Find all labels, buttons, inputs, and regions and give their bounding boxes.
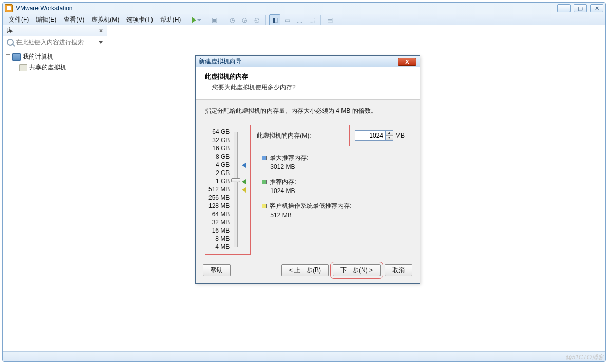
spinner-down-button[interactable]: ▼	[386, 136, 393, 140]
scale-tick: 64 MB	[208, 210, 230, 218]
min-rec-value: 512 MB	[262, 212, 410, 219]
computer-icon	[12, 53, 21, 61]
toolbar-snapshot3-icon[interactable]: ◵	[251, 14, 262, 26]
memory-input-highlight: ▲ ▼ MB	[349, 125, 410, 146]
toolbar-snapshot1-icon[interactable]: ◷	[226, 14, 238, 26]
scale-tick: 64 GB	[208, 128, 230, 136]
menu-help[interactable]: 帮助(H)	[157, 14, 184, 25]
help-button[interactable]: 帮助	[203, 264, 231, 276]
tree-item-shared-vm[interactable]: 共享的虚拟机	[5, 62, 105, 73]
new-vm-wizard-dialog: 新建虚拟机向导 X 此虚拟机的内存 您要为此虚拟机使用多少内存? 指定分配给此虚…	[195, 55, 420, 284]
scale-tick: 32 GB	[208, 137, 230, 144]
toolbar-view4-icon[interactable]: ⬚	[306, 14, 317, 26]
search-input[interactable]	[16, 39, 97, 46]
menubar: 文件(F) 编辑(E) 查看(V) 虚拟机(M) 选项卡(T) 帮助(H) ▣ …	[3, 14, 605, 25]
dialog-footer: 帮助 < 上一步(B) 下一步(N) > 取消	[196, 259, 420, 283]
scale-tick: 8 MB	[208, 235, 230, 243]
scale-tick: 1 GB	[208, 178, 230, 185]
toolbar-snapshot2-icon[interactable]: ◶	[239, 14, 250, 26]
scale-tick: 256 MB	[208, 194, 230, 202]
dialog-description: 指定分配给此虚拟机的内存量。内存大小必须为 4 MB 的倍数。	[205, 107, 410, 116]
menu-vm[interactable]: 虚拟机(M)	[88, 14, 122, 25]
dialog-close-button[interactable]: X	[398, 58, 416, 66]
scale-tick: 32 MB	[208, 219, 230, 226]
dialog-header: 此虚拟机的内存 您要为此虚拟机使用多少内存?	[196, 67, 420, 100]
scale-tick: 128 MB	[208, 202, 230, 210]
menu-view[interactable]: 查看(V)	[61, 14, 87, 25]
rec-color-icon	[262, 180, 267, 184]
menu-tabs[interactable]: 选项卡(T)	[123, 14, 156, 25]
dialog-subheading: 您要为此虚拟机使用多少内存?	[205, 83, 410, 92]
spinner-up-button[interactable]: ▲	[386, 131, 393, 136]
marker-rec-icon	[242, 179, 246, 184]
marker-min-icon	[242, 187, 246, 193]
memory-slider-thumb[interactable]	[231, 178, 240, 182]
tree-label: 我的计算机	[23, 52, 53, 61]
search-dropdown-icon[interactable]	[99, 41, 103, 44]
dialog-titlebar: 新建虚拟机向导 X	[196, 56, 420, 67]
memory-slider-panel: 64 GB 32 GB 16 GB 8 GB 4 GB 2 GB 1 GB 51…	[205, 125, 251, 255]
maximize-button[interactable]: ▢	[574, 4, 587, 12]
scale-tick: 4 GB	[208, 161, 230, 169]
memory-input[interactable]	[355, 130, 386, 141]
minimize-button[interactable]: —	[557, 4, 571, 12]
max-rec-label: 最大推荐内存:	[270, 154, 308, 162]
max-rec-value: 3012 MB	[262, 163, 410, 170]
sidebar: 库 × + 我的计算机 共享的虚拟机	[3, 25, 107, 351]
scale-tick: 2 GB	[208, 169, 230, 177]
statusbar	[3, 351, 605, 361]
memory-spinner: ▲ ▼	[355, 130, 393, 141]
marker-max-icon	[242, 163, 246, 168]
menu-file[interactable]: 文件(F)	[6, 14, 32, 25]
titlebar: VMware Workstation — ▢ ✕	[3, 3, 605, 14]
shared-icon	[19, 64, 27, 71]
memory-scale-labels: 64 GB 32 GB 16 GB 8 GB 4 GB 2 GB 1 GB 51…	[208, 128, 230, 251]
app-logo-icon	[5, 4, 13, 12]
close-button[interactable]: ✕	[590, 4, 603, 12]
toolbar-play-button[interactable]	[191, 14, 202, 26]
toolbar-view2-icon[interactable]: ▭	[281, 14, 293, 26]
menu-edit[interactable]: 编辑(E)	[33, 14, 60, 25]
expand-icon[interactable]: +	[6, 54, 10, 59]
scale-tick: 8 GB	[208, 153, 230, 161]
search-icon	[7, 39, 14, 46]
rec-value: 1024 MB	[262, 187, 410, 195]
min-rec-color-icon	[262, 204, 267, 208]
cancel-button[interactable]: 取消	[385, 264, 412, 276]
scale-tick: 16 MB	[208, 227, 230, 235]
toolbar-screenshot-icon[interactable]: ▣	[208, 14, 220, 26]
tree-label: 共享的虚拟机	[29, 63, 66, 72]
library-tree: + 我的计算机 共享的虚拟机	[3, 48, 107, 351]
tree-item-my-computer[interactable]: + 我的计算机	[5, 51, 105, 62]
toolbar-view1-icon[interactable]: ◧	[269, 14, 280, 26]
scale-tick: 16 GB	[208, 145, 230, 152]
dialog-heading: 此虚拟机的内存	[205, 72, 410, 81]
min-rec-label: 客户机操作系统最低推荐内存:	[270, 202, 351, 210]
sidebar-title: 库	[7, 26, 13, 35]
rec-label: 推荐内存:	[270, 178, 296, 186]
app-title: VMware Workstation	[16, 5, 72, 12]
back-button[interactable]: < 上一步(B)	[281, 264, 329, 276]
sidebar-header: 库 ×	[3, 25, 107, 36]
memory-markers	[242, 128, 246, 251]
memory-unit: MB	[395, 132, 405, 139]
dialog-title: 新建虚拟机向导	[199, 57, 242, 66]
memory-field-label: 此虚拟机的内存(M):	[257, 131, 311, 140]
toolbar-view5-icon[interactable]: ▤	[324, 14, 335, 26]
watermark: @51CTO博客	[565, 353, 604, 362]
scale-tick: 4 MB	[208, 243, 230, 251]
sidebar-close-icon[interactable]: ×	[99, 27, 103, 34]
scale-tick: 512 MB	[208, 186, 230, 194]
search-wrap	[3, 36, 107, 48]
toolbar-view3-icon[interactable]: ⛶	[294, 14, 305, 26]
max-rec-color-icon	[262, 156, 267, 160]
next-button[interactable]: 下一步(N) >	[333, 264, 381, 276]
memory-slider-track[interactable]	[234, 132, 238, 247]
